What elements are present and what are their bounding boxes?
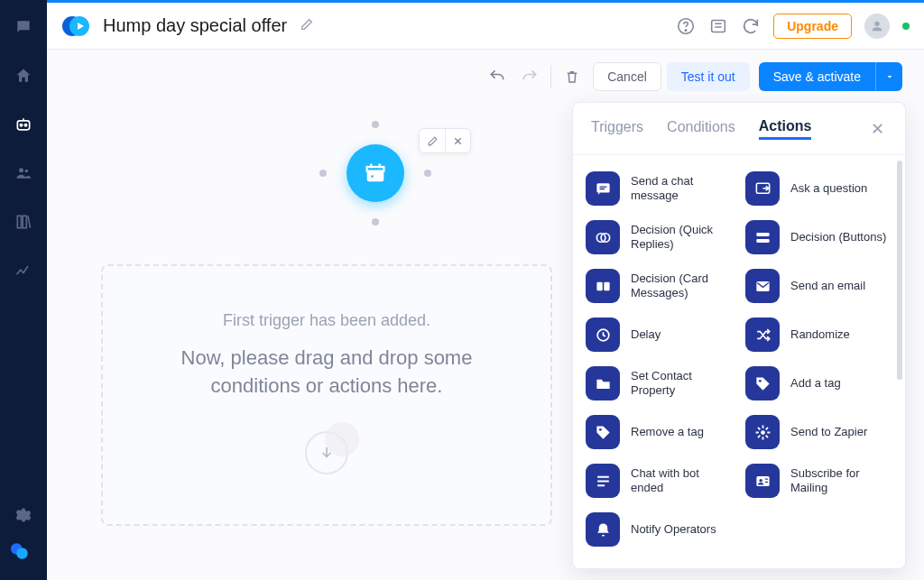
trigger-node[interactable]: [346, 144, 404, 202]
svg-rect-16: [370, 174, 374, 179]
action-label: Add a tag: [790, 376, 841, 391]
svg-point-13: [874, 21, 879, 25]
action-chat-end[interactable]: Chat with bot ended: [586, 460, 733, 502]
action-delay[interactable]: Delay: [586, 314, 733, 355]
node-connector[interactable]: [424, 170, 431, 177]
svg-point-3: [19, 168, 23, 172]
idcard-icon: [745, 464, 780, 498]
svg-point-1: [20, 124, 22, 126]
node-connector[interactable]: [372, 121, 379, 128]
page-title: Hump day special offer: [103, 15, 287, 36]
action-decision-quick[interactable]: Decision (Quick Replies): [586, 216, 733, 258]
action-ask-question[interactable]: Ask a question: [745, 168, 892, 209]
canvas-toolbar: Cancel Test it out Save & activate: [485, 62, 902, 91]
action-label: Remove a tag: [631, 425, 704, 439]
node-edit-icon[interactable]: [420, 129, 445, 152]
bell-icon: [586, 512, 620, 547]
dropzone[interactable]: First trigger has been added. Now, pleas…: [101, 264, 552, 526]
question-icon: [745, 171, 780, 206]
redo-icon[interactable]: [518, 65, 541, 88]
tag-icon: [745, 366, 780, 400]
rail-library-icon[interactable]: [13, 211, 34, 233]
buttons-icon: [745, 220, 780, 254]
action-send-chat[interactable]: Send a chat message: [586, 168, 733, 209]
zap-icon: [745, 415, 780, 449]
rail-settings-icon[interactable]: [13, 504, 34, 526]
panel-tabs: Triggers Conditions Actions ✕: [573, 103, 905, 155]
action-label: Send to Zapier: [790, 425, 867, 439]
builder-panel: Triggers Conditions Actions ✕ Send a cha…: [572, 102, 906, 569]
action-label: Decision (Buttons): [790, 230, 886, 244]
action-send-zapier[interactable]: Send to Zapier: [745, 411, 892, 453]
help-icon[interactable]: [676, 16, 696, 36]
cancel-button[interactable]: Cancel: [593, 62, 661, 91]
action-label: Delay: [631, 327, 661, 342]
dropzone-line1: First trigger has been added.: [223, 311, 430, 330]
action-label: Decision (Quick Replies): [631, 223, 733, 253]
trigger-node-icon[interactable]: [346, 144, 404, 202]
upgrade-button[interactable]: Upgrade: [773, 14, 852, 39]
email-icon: [745, 269, 780, 303]
edit-title-icon[interactable]: [300, 17, 314, 35]
quick-icon: [586, 220, 620, 254]
tab-actions[interactable]: Actions: [759, 118, 812, 140]
svg-rect-5: [17, 216, 21, 227]
panel-scrollbar[interactable]: [897, 161, 902, 559]
clock-icon: [586, 318, 620, 352]
list-icon: [586, 464, 620, 498]
rail-contacts-icon[interactable]: [13, 162, 34, 184]
save-activate-button[interactable]: Save & activate: [759, 62, 875, 91]
brand-logo-icon: [61, 12, 90, 41]
rail-home-icon[interactable]: [13, 65, 34, 87]
tab-conditions[interactable]: Conditions: [667, 119, 735, 138]
action-label: Send a chat message: [631, 174, 733, 204]
sync-icon[interactable]: [741, 16, 761, 36]
action-decision-card[interactable]: Decision (Card Messages): [586, 265, 733, 307]
node-connector[interactable]: [319, 170, 327, 177]
node-actions: [419, 128, 471, 153]
action-notify[interactable]: Notify Operators: [586, 509, 733, 550]
tab-triggers[interactable]: Triggers: [591, 119, 643, 138]
svg-rect-6: [23, 216, 26, 227]
nav-rail: [0, 0, 47, 580]
action-randomize[interactable]: Randomize: [745, 314, 892, 355]
rail-brand-icon[interactable]: [11, 542, 36, 567]
rail-chat-icon[interactable]: [13, 16, 34, 38]
news-icon[interactable]: [708, 16, 728, 36]
cards-icon: [586, 269, 620, 303]
online-status-dot: [902, 23, 910, 30]
chat-icon: [586, 171, 620, 206]
svg-point-4: [25, 170, 29, 173]
delete-icon[interactable]: [560, 65, 584, 88]
dropzone-line2: Now, please drag and drop some condition…: [146, 345, 507, 400]
action-remove-tag[interactable]: Remove a tag: [586, 411, 733, 453]
action-label: Randomize: [790, 327, 850, 342]
shuffle-icon: [745, 318, 780, 352]
action-decision-buttons[interactable]: Decision (Buttons): [745, 216, 892, 258]
action-send-email[interactable]: Send an email: [745, 265, 892, 307]
panel-close-icon[interactable]: ✕: [867, 119, 887, 139]
undo-icon[interactable]: [485, 65, 509, 88]
action-label: Ask a question: [790, 181, 867, 196]
action-label: Notify Operators: [631, 522, 716, 537]
top-bar: Hump day special offer Upgrade: [47, 0, 924, 50]
folder-icon: [586, 366, 620, 400]
node-connector[interactable]: [372, 218, 379, 226]
save-dropdown-icon[interactable]: [875, 62, 902, 91]
svg-rect-15: [367, 167, 384, 171]
canvas[interactable]: Cancel Test it out Save & activate: [47, 50, 924, 580]
test-button[interactable]: Test it out: [667, 62, 750, 91]
node-close-icon[interactable]: [445, 129, 470, 152]
user-avatar[interactable]: [864, 14, 890, 39]
action-set-contact[interactable]: Set Contact Property: [586, 363, 733, 404]
svg-rect-12: [712, 20, 725, 32]
rail-analytics-icon[interactable]: [13, 260, 34, 281]
svg-rect-0: [17, 121, 29, 130]
action-subscribe[interactable]: Subscribe for Mailing: [745, 460, 892, 502]
action-add-tag[interactable]: Add a tag: [745, 363, 892, 404]
rail-bot-icon[interactable]: [13, 114, 34, 135]
action-label: Subscribe for Mailing: [790, 466, 892, 496]
action-label: Send an email: [790, 279, 865, 293]
action-label: Set Contact Property: [631, 369, 733, 399]
dropzone-icon: [305, 431, 348, 474]
